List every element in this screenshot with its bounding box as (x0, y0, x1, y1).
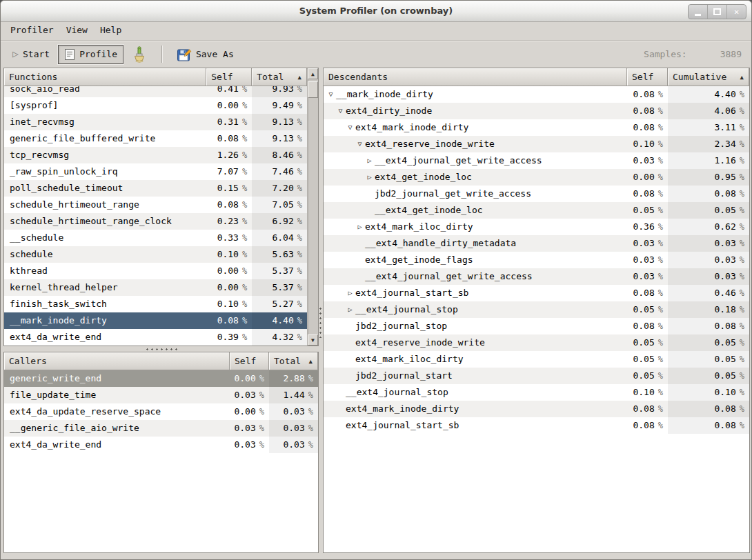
close-button[interactable]: ✕ (726, 5, 746, 19)
tree-row[interactable]: ext4_mark_iloc_dirty0.05%0.05% (324, 351, 749, 368)
tree-row[interactable]: __ext4_journal_stop0.10%0.10% (324, 384, 749, 401)
tree-row[interactable]: ▽ext4_reserve_inode_write0.10%2.34% (324, 136, 749, 152)
table-row[interactable]: schedule0.10%5.63% (4, 246, 307, 263)
tree-row[interactable]: jbd2_journal_get_write_access0.08%0.08% (324, 186, 749, 202)
menu-view[interactable]: View (60, 21, 94, 40)
tree-expander-icon[interactable]: ▷ (355, 219, 365, 235)
table-row[interactable]: [sysprof]0.00%9.49% (4, 97, 307, 114)
table-row[interactable]: file_update_time0.03%1.44% (4, 387, 318, 403)
start-button[interactable]: ▷ Start (6, 46, 56, 63)
scrollbar-track[interactable] (308, 79, 318, 334)
percent-cell: 1.16% (668, 152, 749, 169)
minimize-button[interactable] (689, 5, 707, 19)
table-row[interactable]: generic_write_end0.00%2.88% (4, 370, 318, 387)
percent-cell: 6.04% (252, 230, 307, 246)
column-header-self[interactable]: Self (627, 68, 668, 86)
tree-row[interactable]: ▷ext4_mark_iloc_dirty0.36%0.62% (324, 219, 749, 235)
save-as-button[interactable]: Save As (170, 43, 240, 66)
percent-cell: 2.88% (269, 370, 318, 387)
menu-profiler[interactable]: Profiler (4, 21, 60, 40)
table-row[interactable]: schedule_hrtimeout_range_clock0.23%6.92% (4, 213, 307, 230)
tree-row[interactable]: ▽__mark_inode_dirty0.08%4.40% (324, 86, 749, 103)
percent-cell: 0.05% (627, 202, 668, 219)
profile-button[interactable]: Profile (58, 45, 123, 64)
tree-expander-icon[interactable]: ▽ (335, 103, 346, 119)
percent-cell: 7.07% (206, 163, 252, 180)
column-header-total[interactable]: Total▲ (252, 68, 307, 86)
table-row[interactable]: __mark_inode_dirty0.08%4.40% (4, 312, 307, 329)
vertical-splitter[interactable] (318, 68, 323, 553)
screenshot-brush-button[interactable] (126, 43, 153, 66)
table-row[interactable]: kthread0.00%5.37% (4, 263, 307, 279)
horizontal-splitter[interactable] (3, 346, 319, 352)
table-row[interactable]: ext4_da_update_reserve_space0.00%0.03% (4, 403, 318, 420)
tree-row[interactable]: ext4_get_inode_flags0.03%0.03% (324, 252, 749, 268)
tree-expander-icon[interactable]: ▷ (364, 169, 375, 186)
tree-row[interactable]: ▷ext4_journal_start_sb0.08%0.46% (324, 285, 749, 301)
tree-expander-icon[interactable]: ▽ (326, 86, 336, 103)
tree-row[interactable]: ▽ext4_mark_inode_dirty0.08%3.11% (324, 119, 749, 136)
table-row[interactable]: finish_task_switch0.10%5.27% (4, 296, 307, 312)
table-row[interactable]: tcp_recvmsg1.26%8.46% (4, 147, 307, 163)
tree-row[interactable]: ext4_reserve_inode_write0.05%0.05% (324, 334, 749, 351)
functions-scrollbar[interactable]: ▲ ▼ (307, 68, 318, 346)
tree-expander-icon[interactable]: ▽ (355, 136, 365, 152)
tree-row[interactable]: ext4_mark_inode_dirty0.08%0.08% (324, 401, 749, 417)
percent-sign: % (736, 272, 744, 281)
percent-cell: 0.00% (206, 97, 252, 114)
table-row[interactable]: kernel_thread_helper0.00%5.37% (4, 279, 307, 296)
column-header-total[interactable]: Total▲ (269, 352, 318, 370)
table-row[interactable]: __generic_file_aio_write0.03%0.03% (4, 420, 318, 437)
table-row[interactable]: schedule_hrtimeout_range0.08%7.05% (4, 197, 307, 213)
percent-cell: 9.49% (252, 97, 307, 114)
column-header-descendants[interactable]: Descendants (324, 68, 627, 86)
tree-row[interactable]: ▷ext4_get_inode_loc0.00%0.95% (324, 169, 749, 186)
tree-row[interactable]: __ext4_get_inode_loc0.05%0.05% (324, 202, 749, 219)
column-header-self[interactable]: Self (206, 68, 252, 86)
percent-sign: % (239, 250, 247, 259)
function-name-cell: [sysprof] (4, 97, 206, 114)
tree-row[interactable]: ▽ext4_dirty_inode0.08%4.06% (324, 103, 749, 119)
tree-row[interactable]: ▷__ext4_journal_get_write_access0.03%1.1… (324, 152, 749, 169)
tree-expander-icon[interactable]: ▽ (345, 119, 355, 136)
tree-row[interactable]: jbd2_journal_stop0.08%0.08% (324, 318, 749, 334)
percent-cell: 0.18% (668, 301, 749, 318)
scrollbar-thumb[interactable] (308, 81, 318, 98)
table-row[interactable]: sock_aio_read0.41%9.93% (4, 86, 307, 97)
table-row[interactable]: generic_file_buffered_write0.08%9.13% (4, 130, 307, 147)
function-name-cell: ▽ext4_reserve_inode_write (324, 136, 627, 152)
column-header-cumulative[interactable]: Cumulative▲ (668, 68, 749, 86)
percent-cell: 0.05% (668, 202, 749, 219)
tree-row[interactable]: jbd2_journal_start0.05%0.05% (324, 368, 749, 384)
table-row[interactable]: ext4_da_write_end0.03%0.03% (4, 437, 318, 453)
percent-cell: 0.03% (668, 235, 749, 252)
percent-sign: % (655, 338, 663, 348)
percent-sign: % (256, 407, 264, 417)
table-row[interactable]: ext4_da_write_end0.39%4.32% (4, 329, 307, 346)
tree-expander-icon[interactable]: ▷ (345, 301, 355, 318)
titlebar[interactable]: System Profiler (on crownbay) ✕ (1, 1, 751, 22)
percent-cell: 0.95% (668, 169, 749, 186)
percent-cell: 0.36% (627, 219, 668, 235)
table-row[interactable]: _raw_spin_unlock_irq7.07%7.46% (4, 163, 307, 180)
table-row[interactable]: inet_recvmsg0.31%9.13% (4, 114, 307, 130)
tree-expander-icon[interactable]: ▷ (364, 152, 375, 169)
tree-expander-icon[interactable]: ▷ (345, 285, 355, 301)
maximize-button[interactable] (707, 5, 726, 19)
menu-help[interactable]: Help (94, 21, 128, 40)
tree-row[interactable]: __ext4_journal_get_write_access0.03%0.03… (324, 268, 749, 285)
scroll-down-button[interactable]: ▼ (308, 334, 318, 346)
percent-sign: % (256, 440, 264, 450)
scroll-up-button[interactable]: ▲ (308, 68, 318, 79)
percent-cell: 0.00% (206, 279, 252, 296)
percent-cell: 0.00% (230, 403, 269, 420)
tree-row[interactable]: ext4_journal_start_sb0.08%0.08% (324, 417, 749, 434)
column-header-callers[interactable]: Callers (4, 352, 230, 370)
tree-row[interactable]: ▷__ext4_journal_stop0.05%0.18% (324, 301, 749, 318)
tree-row[interactable]: __ext4_handle_dirty_metadata0.03%0.03% (324, 235, 749, 252)
table-row[interactable]: __schedule0.33%6.04% (4, 230, 307, 246)
column-header-functions[interactable]: Functions (4, 68, 206, 86)
percent-sign: % (736, 255, 744, 265)
column-header-self[interactable]: Self (230, 352, 269, 370)
table-row[interactable]: poll_schedule_timeout0.15%7.20% (4, 180, 307, 197)
